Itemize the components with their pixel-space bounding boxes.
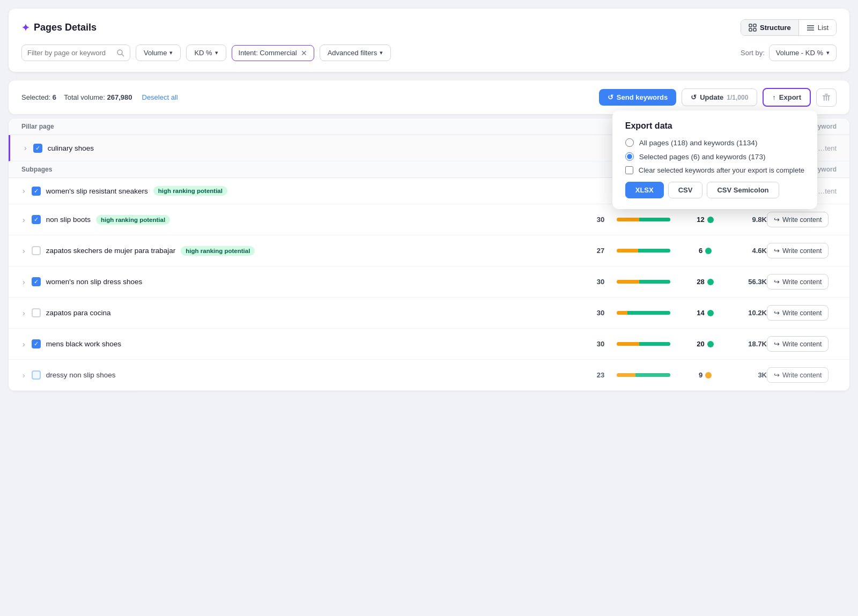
search-icon [116,49,124,57]
write-content-button[interactable]: ↪ Write content [767,305,829,321]
deselect-all-link[interactable]: Deselect all [142,93,178,101]
structure-icon [749,24,757,32]
update-button[interactable]: ↺ Update 1/1,000 [682,88,757,106]
write-content-button[interactable]: ↪ Write content [767,274,829,290]
write-icon: ↪ [774,216,780,224]
csv-button[interactable]: CSV [668,182,703,198]
write-content-button[interactable]: ↪ Write content [767,336,829,352]
page-name: dressy non slip shoes [46,371,116,379]
svg-rect-10 [825,94,828,95]
row-checkbox[interactable] [32,308,41,317]
sort-section: Sort by: Volume - KD % ▾ [741,44,837,61]
expand-button[interactable]: › [21,339,26,350]
svg-rect-3 [753,28,756,31]
chevron-down-icon: ▾ [380,49,383,56]
chevron-down-icon: ▾ [215,49,218,56]
selected-pages-radio[interactable] [625,152,634,161]
svg-line-8 [122,54,124,56]
trash-icon [822,93,831,102]
table-row: › dressy non slip shoes 23 9 3K ↪ Write … [9,360,849,391]
row-checkbox[interactable] [32,246,41,255]
page-name: culinary shoes [48,144,94,152]
chevron-down-icon: ▾ [826,49,830,56]
page-name: mens black work shoes [46,340,121,348]
xlsx-button[interactable]: XLSX [625,182,664,198]
volume-filter-button[interactable]: Volume ▾ [136,44,181,61]
row-checkbox[interactable] [33,144,42,153]
all-pages-radio[interactable] [625,138,634,147]
list-icon [807,24,815,32]
svg-rect-12 [829,96,830,101]
search-input[interactable] [27,49,113,57]
page-name: non slip boots [46,216,91,224]
svg-rect-0 [749,24,752,27]
expand-button[interactable]: › [21,185,26,196]
intent-filter-chip[interactable]: Intent: Commercial ✕ [232,45,314,61]
remove-filter-icon[interactable]: ✕ [301,49,307,57]
export-dropdown: Export data All pages (118) and keywords… [612,110,817,209]
export-format-buttons: XLSX CSV CSV Semicolon [625,182,804,198]
send-icon: ↺ [608,93,613,101]
row-checkbox[interactable] [32,370,41,380]
svg-rect-13 [826,96,827,101]
title-icon: ✦ [21,22,29,34]
svg-rect-11 [824,96,825,101]
all-pages-option[interactable]: All pages (118) and keywords (1134) [625,138,804,147]
export-button[interactable]: ↑ Export [763,88,811,107]
write-icon: ↪ [774,247,780,255]
row-checkbox[interactable] [32,277,41,286]
page-name: zapatos para cocina [46,309,111,317]
clear-after-export-option[interactable]: Clear selected keywords after your expor… [625,166,804,174]
page-title: ✦ Pages Details [21,22,97,34]
chevron-down-icon: ▾ [169,49,173,56]
send-keywords-button[interactable]: ↺ Send keywords [599,89,676,106]
sort-select[interactable]: Volume - KD % ▾ [769,44,837,61]
row-checkbox[interactable] [32,339,41,348]
svg-rect-2 [749,28,752,31]
page-name: women's slip resistant sneakers [46,187,148,195]
page-name: zapatos skechers de mujer para trabajar [46,247,176,255]
expand-button[interactable]: › [21,277,26,287]
svg-rect-1 [753,24,756,27]
write-icon: ↪ [774,371,780,379]
write-icon: ↪ [774,278,780,286]
delete-button[interactable] [816,88,837,107]
high-ranking-tag: high ranking potential [181,246,255,256]
page-name: women's non slip dress shoes [46,278,143,286]
row-checkbox[interactable] [32,187,41,196]
export-title: Export data [625,121,804,131]
csv-semicolon-button[interactable]: CSV Semicolon [707,182,779,198]
filter-row: Volume ▾ KD % ▾ Intent: Commercial ✕ Adv… [21,44,837,61]
selected-pages-option[interactable]: Selected pages (6) and keywords (173) [625,152,804,161]
table-row: › zapatos para cocina 30 14 10.2K ↪ Writ… [9,298,849,329]
table-row: › women's non slip dress shoes 30 28 56.… [9,266,849,298]
write-content-button[interactable]: ↪ Write content [767,243,829,258]
expand-button[interactable]: › [21,370,26,381]
selected-info: Selected: 6 Total volume: 267,980 [21,93,132,101]
high-ranking-tag: high ranking potential [153,186,227,196]
table-row: › zapatos skechers de mujer para trabaja… [9,235,849,266]
export-icon: ↑ [772,93,776,101]
clear-after-export-checkbox[interactable] [625,166,633,174]
view-toggle: Structure List [741,19,837,36]
advanced-filters-button[interactable]: Advanced filters ▾ [320,44,391,61]
high-ranking-tag: high ranking potential [96,215,170,225]
expand-button[interactable]: › [21,214,26,225]
structure-view-button[interactable]: Structure [741,20,799,35]
expand-button[interactable]: › [21,308,26,318]
write-icon: ↪ [774,340,780,348]
update-count: 1/1,000 [727,94,748,101]
table-row: › mens black work shoes 30 20 18.7K ↪ Wr… [9,329,849,360]
svg-point-7 [117,50,122,55]
search-box[interactable] [21,44,130,61]
update-icon: ↺ [691,93,697,101]
list-view-button[interactable]: List [799,20,836,35]
kd-filter-button[interactable]: KD % ▾ [186,44,226,61]
write-content-button[interactable]: ↪ Write content [767,367,829,383]
write-icon: ↪ [774,309,780,317]
expand-button[interactable]: › [23,143,28,153]
action-bar: Selected: 6 Total volume: 267,980 Desele… [9,80,849,114]
row-checkbox[interactable] [32,215,41,224]
expand-button[interactable]: › [21,246,26,256]
write-content-button[interactable]: ↪ Write content [767,212,829,227]
